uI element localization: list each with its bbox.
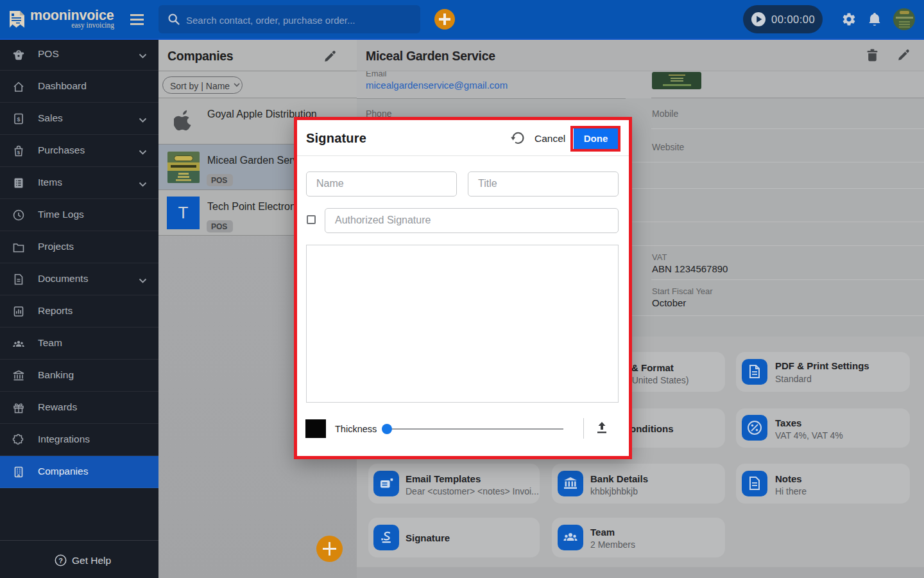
svg-text:$: $	[17, 150, 21, 155]
svg-text:$: $	[17, 116, 20, 123]
svg-text:?: ?	[58, 556, 63, 564]
